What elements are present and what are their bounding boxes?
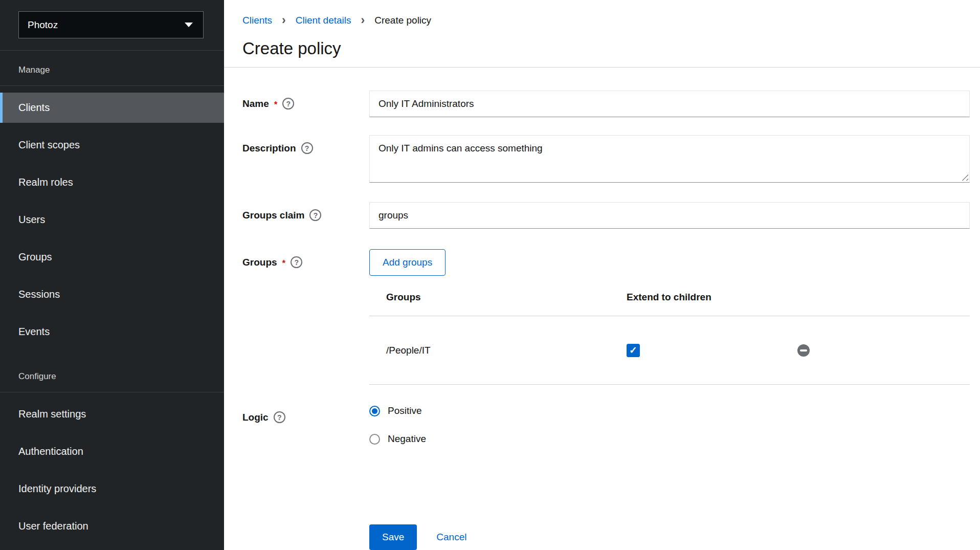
groups-row: Groups * ? Add groups Groups Extend to c…	[242, 249, 970, 385]
groups-claim-label: Groups claim ?	[242, 202, 369, 229]
actions-field: Save Cancel	[369, 460, 970, 550]
sidebar-nav: Manage Clients Client scopes Realm roles…	[0, 51, 224, 541]
page-header: Clients › Client details › Create policy…	[224, 0, 980, 68]
description-field: Only IT admins can access something	[369, 135, 970, 183]
description-row: Description ? Only IT admins can access …	[242, 135, 970, 183]
table-row: /People/IT ✓	[369, 316, 970, 385]
sidebar-item-groups[interactable]: Groups	[0, 242, 224, 272]
required-asterisk: *	[282, 257, 286, 270]
logic-field: Positive Negative	[369, 404, 970, 460]
positive-radio[interactable]	[369, 406, 380, 416]
sidebar-item-identity-providers[interactable]: Identity providers	[0, 474, 224, 504]
groups-claim-label-text: Groups claim	[242, 209, 304, 222]
name-row: Name * ?	[242, 91, 970, 117]
nav-group-label-configure: Configure	[0, 369, 224, 392]
sidebar-item-authentication[interactable]: Authentication	[0, 436, 224, 467]
realm-selector[interactable]: Photoz	[18, 11, 204, 38]
form-actions-row: Save Cancel	[242, 460, 970, 550]
column-header-extend-to-children: Extend to children	[627, 291, 797, 304]
description-label-text: Description	[242, 142, 296, 155]
help-icon[interactable]: ?	[274, 411, 285, 423]
sidebar-item-users[interactable]: Users	[0, 205, 224, 235]
negative-radio[interactable]	[369, 434, 380, 445]
groups-label-text: Groups	[242, 256, 277, 269]
create-policy-form: Name * ? Description ? Only IT admins ca…	[224, 68, 980, 550]
cancel-button[interactable]: Cancel	[436, 532, 466, 543]
breadcrumb-link-clients[interactable]: Clients	[242, 15, 272, 26]
name-label-text: Name	[242, 97, 269, 111]
logic-label: Logic ?	[242, 404, 369, 460]
extend-to-children-checkbox[interactable]: ✓	[627, 344, 640, 357]
actions-spacer	[242, 460, 369, 550]
app-window: Photoz Manage Clients Client scopes Real…	[0, 0, 980, 550]
breadcrumb-link-client-details[interactable]: Client details	[296, 15, 351, 26]
description-textarea[interactable]: Only IT admins can access something	[369, 135, 970, 183]
chevron-right-icon: ›	[361, 15, 365, 25]
logic-row: Logic ? Positive Negative	[242, 404, 970, 460]
main-content: Clients › Client details › Create policy…	[224, 0, 980, 550]
sidebar-item-client-scopes[interactable]: Client scopes	[0, 130, 224, 160]
page-title: Create policy	[242, 38, 970, 59]
groups-label: Groups * ?	[242, 249, 369, 385]
help-icon[interactable]: ?	[301, 142, 313, 154]
sidebar-item-realm-settings[interactable]: Realm settings	[0, 399, 224, 429]
required-asterisk: *	[274, 98, 278, 112]
positive-radio-label[interactable]: Positive	[388, 404, 422, 417]
nav-items-configure: Realm settings Authentication Identity p…	[0, 399, 224, 541]
sidebar-item-realm-roles[interactable]: Realm roles	[0, 167, 224, 197]
help-icon[interactable]: ?	[291, 256, 302, 268]
check-icon: ✓	[629, 345, 637, 355]
groups-table-header: Groups Extend to children	[369, 282, 970, 316]
breadcrumb-current: Create policy	[374, 15, 431, 26]
add-groups-button[interactable]: Add groups	[369, 249, 446, 276]
groups-claim-field	[369, 202, 970, 229]
sidebar: Photoz Manage Clients Client scopes Real…	[0, 0, 224, 550]
column-header-actions	[797, 291, 970, 304]
description-label: Description ?	[242, 135, 369, 183]
logic-option-negative: Negative	[369, 432, 970, 446]
name-input[interactable]	[369, 91, 970, 117]
form-actions: Save Cancel	[369, 524, 970, 550]
nav-group-label-manage: Manage	[0, 63, 224, 86]
name-field	[369, 91, 970, 117]
caret-down-icon	[185, 23, 193, 27]
help-icon[interactable]: ?	[309, 209, 321, 221]
remove-group-button[interactable]	[797, 344, 810, 357]
sidebar-item-sessions[interactable]: Sessions	[0, 279, 224, 310]
logic-option-positive: Positive	[369, 404, 970, 417]
name-label: Name * ?	[242, 91, 369, 117]
save-button[interactable]: Save	[369, 524, 417, 550]
breadcrumb: Clients › Client details › Create policy	[242, 15, 970, 26]
groups-table: Groups Extend to children /People/IT ✓	[369, 282, 970, 385]
help-icon[interactable]: ?	[282, 98, 294, 109]
nav-items-manage: Clients Client scopes Realm roles Users …	[0, 93, 224, 347]
logic-label-text: Logic	[242, 411, 269, 424]
column-header-groups: Groups	[369, 291, 627, 304]
sidebar-item-user-federation[interactable]: User federation	[0, 511, 224, 541]
chevron-right-icon: ›	[282, 15, 286, 25]
negative-radio-label[interactable]: Negative	[388, 432, 426, 446]
sidebar-item-events[interactable]: Events	[0, 317, 224, 347]
realm-selector-value: Photoz	[28, 19, 58, 31]
group-path-cell: /People/IT	[369, 345, 627, 356]
groups-claim-input[interactable]	[369, 202, 970, 229]
nav-group-manage: Manage Clients Client scopes Realm roles…	[0, 63, 224, 347]
extend-to-children-cell: ✓	[627, 344, 797, 357]
groups-field: Add groups Groups Extend to children /Pe…	[369, 249, 970, 385]
groups-claim-row: Groups claim ?	[242, 202, 970, 229]
sidebar-item-clients[interactable]: Clients	[0, 93, 224, 123]
nav-group-configure: Configure Realm settings Authentication …	[0, 369, 224, 541]
